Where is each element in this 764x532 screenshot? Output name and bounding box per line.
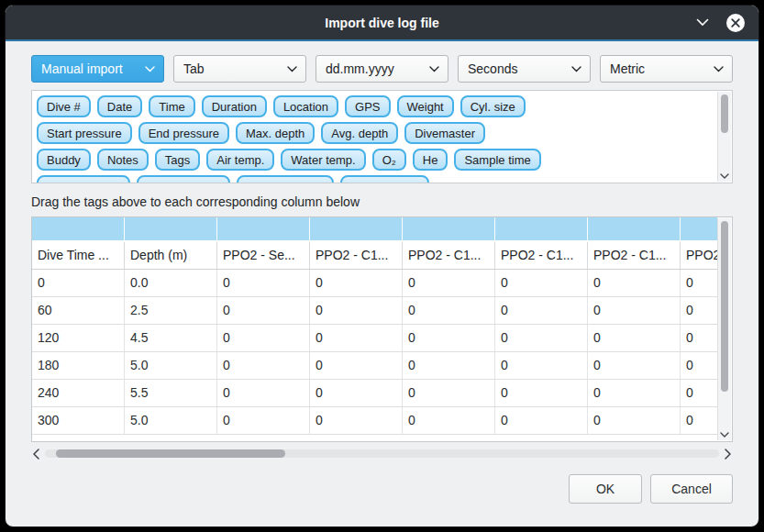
- tags-scrollbar[interactable]: [717, 92, 731, 182]
- hscroll-thumb[interactable]: [56, 449, 285, 458]
- table-cell: 0: [310, 380, 403, 406]
- chevron-down-icon: [714, 66, 724, 72]
- table-cell: 2.5: [125, 297, 217, 324]
- tag-chip[interactable]: Avg. depth: [321, 122, 398, 144]
- dropdown-date-format[interactable]: dd.mm.yyyy: [316, 55, 448, 83]
- table-cell: 300: [32, 407, 125, 434]
- dialog-content: Manual importTabdd.mm.yyyySecondsMetric …: [6, 41, 758, 526]
- table-cell: 0: [495, 380, 588, 406]
- column-drop-target[interactable]: [125, 217, 217, 240]
- table-scrollbar-vertical[interactable]: [717, 218, 731, 440]
- table-cell: 0: [403, 407, 495, 434]
- chevron-down-icon: [287, 66, 297, 72]
- tag-chip[interactable]: Dive #: [37, 95, 91, 117]
- table-row: 00.0000000: [32, 270, 717, 297]
- tag-chip[interactable]: Buddy: [37, 149, 91, 171]
- tag-chip[interactable]: Air temp.: [206, 149, 274, 171]
- column-drop-target[interactable]: [681, 217, 717, 240]
- tag-chip[interactable]: Tags: [155, 149, 200, 171]
- column-drop-target[interactable]: [588, 217, 681, 240]
- dropdown-import-mode[interactable]: Manual import: [31, 55, 164, 83]
- tag-chip[interactable]: Cyl. size: [460, 95, 526, 117]
- column-drop-target[interactable]: [495, 217, 588, 240]
- table-cell: 0: [681, 407, 717, 434]
- tag-chip[interactable]: Location: [273, 95, 338, 117]
- tag-chip[interactable]: He: [413, 149, 448, 171]
- tag-chip[interactable]: Max. depth: [236, 122, 315, 144]
- table-rows: 00.0000000602.50000001204.50000001805.00…: [32, 270, 717, 435]
- table-vscroll-thumb[interactable]: [721, 221, 728, 392]
- table-cell: 0: [217, 325, 310, 351]
- tag-chip[interactable]: Sample temp.: [137, 175, 230, 183]
- table-cell: 240: [32, 380, 125, 406]
- column-header: PPO2 - Se...: [217, 242, 310, 269]
- table-cell: 0: [681, 297, 717, 324]
- tag-chip[interactable]: Sample press.: [237, 175, 333, 183]
- ok-button[interactable]: OK: [569, 474, 642, 504]
- tag-chip[interactable]: Duration: [202, 95, 267, 117]
- tag-chip[interactable]: Sample time: [454, 149, 540, 171]
- tag-list-panel: Dive #DateTimeDurationLocationGPSWeightC…: [31, 90, 733, 183]
- tag-row: Start pressureEnd pressureMax. depthAvg.…: [37, 122, 717, 144]
- table-cell: 0: [403, 270, 495, 296]
- table-cell: 0: [681, 270, 717, 296]
- column-drop-target[interactable]: [403, 217, 495, 240]
- tag-chip[interactable]: GPS: [345, 95, 390, 117]
- tag-row: Dive #DateTimeDurationLocationGPSWeightC…: [37, 95, 717, 117]
- column-drop-target[interactable]: [217, 217, 310, 240]
- table-cell: 0: [310, 297, 403, 324]
- column-header: PPO2 - C1...: [310, 242, 403, 269]
- titlebar-menu-chevron-down-icon[interactable]: [696, 18, 709, 27]
- table-cell: 0: [217, 352, 310, 379]
- tag-list: Dive #DateTimeDurationLocationGPSWeightC…: [32, 91, 717, 183]
- dropdown-time-format[interactable]: Seconds: [458, 55, 591, 83]
- table-cell: 120: [32, 325, 125, 351]
- dropdown-field-separator[interactable]: Tab: [173, 55, 306, 83]
- table-cell: 0: [495, 407, 588, 434]
- table-scrollbar-horizontal[interactable]: [31, 447, 733, 460]
- tag-chip[interactable]: Water temp.: [281, 149, 365, 171]
- table-cell: 0: [403, 380, 495, 406]
- table-scroll-down-icon[interactable]: [718, 432, 731, 438]
- table-cell: 0: [588, 297, 681, 324]
- dropdown-value: Manual import: [41, 61, 123, 76]
- table-row: 1204.5000000: [32, 325, 717, 352]
- table-cell: 0: [403, 297, 495, 324]
- tag-chip[interactable]: Sample depth: [37, 175, 130, 183]
- tag-chip[interactable]: Sample CNS: [340, 175, 429, 183]
- hscroll-track[interactable]: [45, 449, 719, 458]
- table-cell: 4.5: [125, 325, 217, 351]
- instruction-text: Drag the tags above to each correspondin…: [31, 194, 733, 209]
- tag-chip[interactable]: Divemaster: [404, 122, 485, 144]
- table-cell: 0: [495, 352, 588, 379]
- chevron-down-icon: [571, 66, 581, 72]
- tag-chip[interactable]: End pressure: [138, 122, 229, 144]
- table-cell: 60: [32, 297, 125, 324]
- tag-chip[interactable]: O₂: [372, 149, 406, 171]
- scroll-left-icon[interactable]: [31, 449, 41, 460]
- tag-chip[interactable]: Start pressure: [37, 122, 132, 144]
- column-header: PPO2 - C1...: [495, 242, 588, 269]
- tag-chip[interactable]: Date: [97, 95, 142, 117]
- import-dialog: Import dive log file Manual importTabdd.…: [5, 5, 759, 527]
- table-cell: 0: [217, 380, 310, 406]
- table-cell: 0: [403, 325, 495, 351]
- dropdown-units[interactable]: Metric: [600, 55, 733, 83]
- table-row: 602.5000000: [32, 297, 717, 325]
- tag-row: BuddyNotesTagsAir temp.Water temp.O₂HeSa…: [37, 149, 717, 171]
- tag-chip[interactable]: Weight: [397, 95, 454, 117]
- tags-scrollbar-thumb[interactable]: [721, 94, 728, 133]
- tag-chip[interactable]: Time: [149, 95, 194, 117]
- table-cell: 0: [217, 297, 310, 324]
- titlebar[interactable]: Import dive log file: [6, 6, 758, 41]
- table-viewport: Dive Time ...Depth (m)PPO2 - Se...PPO2 -…: [32, 217, 717, 441]
- tag-chip[interactable]: Notes: [97, 149, 149, 171]
- column-drop-target[interactable]: [32, 217, 125, 240]
- table-cell: 0: [32, 270, 125, 296]
- close-icon[interactable]: [725, 13, 746, 33]
- column-drop-target[interactable]: [310, 217, 403, 240]
- cancel-button[interactable]: Cancel: [650, 474, 733, 504]
- tags-scroll-down-icon[interactable]: [718, 173, 731, 180]
- scroll-right-icon[interactable]: [723, 449, 733, 460]
- dropdown-value: Seconds: [468, 61, 517, 76]
